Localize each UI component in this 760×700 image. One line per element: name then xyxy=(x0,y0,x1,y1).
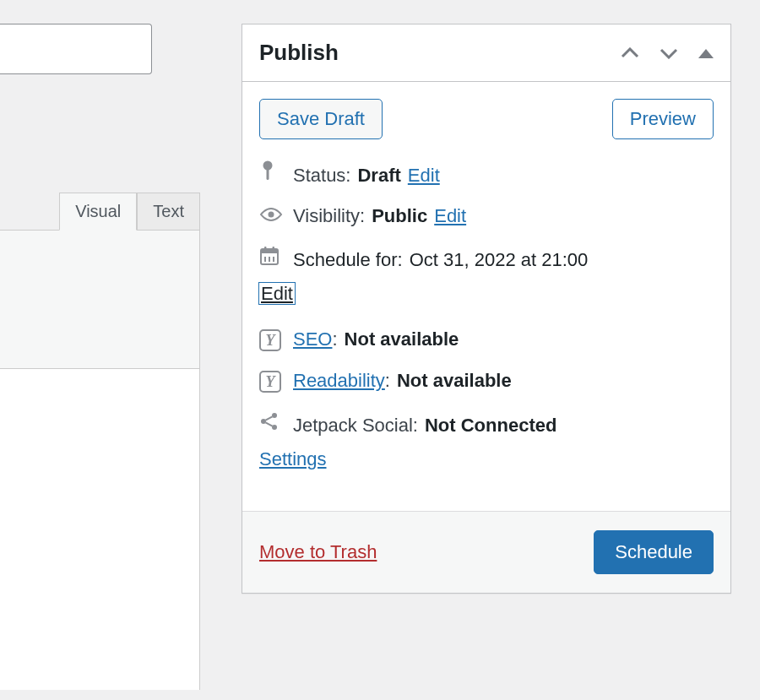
schedule-value: Oct 31, 2022 at 21:00 xyxy=(410,249,589,271)
panel-move-up-icon[interactable] xyxy=(621,47,639,59)
status-label: Status: xyxy=(293,165,350,187)
schedule-row: Schedule for: Oct 31, 2022 at 21:00 Edit xyxy=(259,246,714,305)
svg-point-2 xyxy=(269,212,274,218)
seo-link[interactable]: SEO xyxy=(293,328,332,350)
jetpack-value: Not Connected xyxy=(425,415,556,437)
editor-area: Visual Text xyxy=(0,193,200,690)
readability-colon: : xyxy=(385,370,390,391)
pin-icon xyxy=(259,160,286,182)
visibility-row: Visibility: Public Edit xyxy=(259,205,714,227)
jetpack-row: Jetpack Social: Not Connected Settings xyxy=(259,411,714,470)
visibility-label: Visibility: xyxy=(293,205,365,227)
readability-link[interactable]: Readability xyxy=(293,370,385,391)
yoast-seo-icon: Y xyxy=(259,329,286,351)
editor-content-area[interactable] xyxy=(0,369,200,690)
jetpack-settings-link[interactable]: Settings xyxy=(259,448,327,469)
panel-move-down-icon[interactable] xyxy=(660,47,678,59)
visibility-value: Public xyxy=(372,205,427,227)
post-title-input[interactable] xyxy=(0,24,152,74)
save-draft-button[interactable]: Save Draft xyxy=(259,99,383,139)
editor-tabs: Visual Text xyxy=(0,193,200,231)
share-icon xyxy=(259,411,286,431)
readability-row: Y Readability: Not available xyxy=(259,370,714,393)
schedule-label: Schedule for: xyxy=(293,249,403,271)
status-row: Status: Draft Edit xyxy=(259,160,714,187)
schedule-edit-row: Edit xyxy=(259,283,714,305)
visibility-edit-link[interactable]: Edit xyxy=(434,205,466,227)
panel-body: Save Draft Preview Status: Draft Edit Vi… xyxy=(242,82,730,511)
status-value: Draft xyxy=(357,165,400,187)
svg-rect-1 xyxy=(267,168,269,180)
eye-icon xyxy=(259,207,286,222)
schedule-edit-link[interactable]: Edit xyxy=(259,283,295,304)
calendar-icon xyxy=(259,246,286,271)
tab-visual[interactable]: Visual xyxy=(59,193,137,231)
panel-title: Publish xyxy=(259,40,339,66)
svg-rect-4 xyxy=(261,249,278,253)
preview-button[interactable]: Preview xyxy=(612,99,714,139)
readability-value: Not available xyxy=(397,370,512,392)
status-edit-link[interactable]: Edit xyxy=(408,165,440,187)
schedule-button[interactable]: Schedule xyxy=(594,530,714,574)
svg-rect-5 xyxy=(264,247,267,251)
seo-row: Y SEO: Not available xyxy=(259,328,714,351)
tab-text[interactable]: Text xyxy=(137,193,200,231)
svg-rect-6 xyxy=(273,247,275,251)
svg-line-13 xyxy=(266,416,273,420)
move-to-trash-link[interactable]: Move to Trash xyxy=(259,541,377,563)
seo-colon: : xyxy=(332,328,337,350)
publish-panel: Publish Save Draft Preview Status: Draft… xyxy=(242,24,731,594)
yoast-readability-icon: Y xyxy=(259,371,286,393)
jetpack-settings-row: Settings xyxy=(259,448,714,470)
editor-toolbar xyxy=(0,230,200,369)
panel-controls xyxy=(621,47,714,59)
panel-footer: Move to Trash Schedule xyxy=(242,511,730,593)
jetpack-label: Jetpack Social: xyxy=(293,415,418,437)
panel-header: Publish xyxy=(242,24,730,82)
panel-toggle-icon[interactable] xyxy=(698,47,714,59)
action-row: Save Draft Preview xyxy=(259,99,714,139)
svg-line-14 xyxy=(266,422,273,426)
seo-value: Not available xyxy=(345,328,459,350)
